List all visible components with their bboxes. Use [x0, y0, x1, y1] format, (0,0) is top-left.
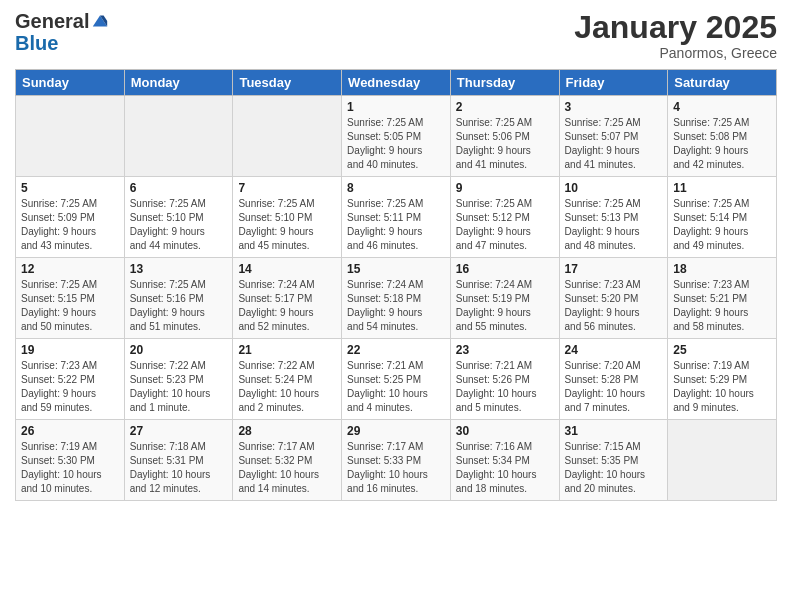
day-number: 1 [347, 100, 445, 114]
month-title: January 2025 [574, 10, 777, 45]
day-number: 24 [565, 343, 663, 357]
calendar-cell: 6Sunrise: 7:25 AM Sunset: 5:10 PM Daylig… [124, 177, 233, 258]
day-info: Sunrise: 7:16 AM Sunset: 5:34 PM Dayligh… [456, 440, 554, 496]
day-info: Sunrise: 7:24 AM Sunset: 5:17 PM Dayligh… [238, 278, 336, 334]
day-number: 18 [673, 262, 771, 276]
day-info: Sunrise: 7:20 AM Sunset: 5:28 PM Dayligh… [565, 359, 663, 415]
calendar-cell [124, 96, 233, 177]
title-block: January 2025 Panormos, Greece [574, 10, 777, 61]
weekday-header-monday: Monday [124, 70, 233, 96]
day-number: 2 [456, 100, 554, 114]
weekday-header-thursday: Thursday [450, 70, 559, 96]
calendar-cell: 22Sunrise: 7:21 AM Sunset: 5:25 PM Dayli… [342, 339, 451, 420]
day-number: 21 [238, 343, 336, 357]
calendar-cell: 27Sunrise: 7:18 AM Sunset: 5:31 PM Dayli… [124, 420, 233, 501]
calendar-cell: 25Sunrise: 7:19 AM Sunset: 5:29 PM Dayli… [668, 339, 777, 420]
calendar-cell: 3Sunrise: 7:25 AM Sunset: 5:07 PM Daylig… [559, 96, 668, 177]
calendar-cell: 18Sunrise: 7:23 AM Sunset: 5:21 PM Dayli… [668, 258, 777, 339]
day-info: Sunrise: 7:25 AM Sunset: 5:13 PM Dayligh… [565, 197, 663, 253]
calendar-cell: 1Sunrise: 7:25 AM Sunset: 5:05 PM Daylig… [342, 96, 451, 177]
calendar-table: SundayMondayTuesdayWednesdayThursdayFrid… [15, 69, 777, 501]
calendar-cell: 7Sunrise: 7:25 AM Sunset: 5:10 PM Daylig… [233, 177, 342, 258]
day-info: Sunrise: 7:25 AM Sunset: 5:08 PM Dayligh… [673, 116, 771, 172]
day-info: Sunrise: 7:25 AM Sunset: 5:09 PM Dayligh… [21, 197, 119, 253]
calendar-cell: 16Sunrise: 7:24 AM Sunset: 5:19 PM Dayli… [450, 258, 559, 339]
day-number: 5 [21, 181, 119, 195]
day-number: 16 [456, 262, 554, 276]
day-info: Sunrise: 7:23 AM Sunset: 5:20 PM Dayligh… [565, 278, 663, 334]
day-number: 4 [673, 100, 771, 114]
calendar-week-row: 5Sunrise: 7:25 AM Sunset: 5:09 PM Daylig… [16, 177, 777, 258]
calendar-cell: 11Sunrise: 7:25 AM Sunset: 5:14 PM Dayli… [668, 177, 777, 258]
day-info: Sunrise: 7:25 AM Sunset: 5:07 PM Dayligh… [565, 116, 663, 172]
calendar-cell [668, 420, 777, 501]
day-number: 27 [130, 424, 228, 438]
logo-blue-text: Blue [15, 32, 58, 54]
location: Panormos, Greece [574, 45, 777, 61]
calendar-cell: 30Sunrise: 7:16 AM Sunset: 5:34 PM Dayli… [450, 420, 559, 501]
day-number: 26 [21, 424, 119, 438]
day-number: 8 [347, 181, 445, 195]
calendar-cell [233, 96, 342, 177]
calendar-week-row: 1Sunrise: 7:25 AM Sunset: 5:05 PM Daylig… [16, 96, 777, 177]
day-info: Sunrise: 7:19 AM Sunset: 5:30 PM Dayligh… [21, 440, 119, 496]
weekday-header-wednesday: Wednesday [342, 70, 451, 96]
weekday-header-friday: Friday [559, 70, 668, 96]
calendar-cell: 13Sunrise: 7:25 AM Sunset: 5:16 PM Dayli… [124, 258, 233, 339]
logo-general-text: General [15, 10, 89, 32]
day-number: 11 [673, 181, 771, 195]
calendar-cell: 23Sunrise: 7:21 AM Sunset: 5:26 PM Dayli… [450, 339, 559, 420]
calendar-cell: 29Sunrise: 7:17 AM Sunset: 5:33 PM Dayli… [342, 420, 451, 501]
calendar-cell: 20Sunrise: 7:22 AM Sunset: 5:23 PM Dayli… [124, 339, 233, 420]
day-number: 6 [130, 181, 228, 195]
day-info: Sunrise: 7:25 AM Sunset: 5:11 PM Dayligh… [347, 197, 445, 253]
day-number: 29 [347, 424, 445, 438]
day-number: 9 [456, 181, 554, 195]
day-info: Sunrise: 7:25 AM Sunset: 5:10 PM Dayligh… [238, 197, 336, 253]
day-number: 22 [347, 343, 445, 357]
calendar-cell: 31Sunrise: 7:15 AM Sunset: 5:35 PM Dayli… [559, 420, 668, 501]
day-info: Sunrise: 7:23 AM Sunset: 5:22 PM Dayligh… [21, 359, 119, 415]
day-number: 28 [238, 424, 336, 438]
day-number: 7 [238, 181, 336, 195]
day-info: Sunrise: 7:25 AM Sunset: 5:16 PM Dayligh… [130, 278, 228, 334]
day-info: Sunrise: 7:24 AM Sunset: 5:18 PM Dayligh… [347, 278, 445, 334]
logo: General Blue [15, 10, 109, 54]
weekday-header-saturday: Saturday [668, 70, 777, 96]
day-info: Sunrise: 7:22 AM Sunset: 5:23 PM Dayligh… [130, 359, 228, 415]
day-info: Sunrise: 7:25 AM Sunset: 5:12 PM Dayligh… [456, 197, 554, 253]
day-info: Sunrise: 7:17 AM Sunset: 5:33 PM Dayligh… [347, 440, 445, 496]
calendar-cell: 28Sunrise: 7:17 AM Sunset: 5:32 PM Dayli… [233, 420, 342, 501]
day-info: Sunrise: 7:25 AM Sunset: 5:06 PM Dayligh… [456, 116, 554, 172]
day-number: 25 [673, 343, 771, 357]
weekday-header-row: SundayMondayTuesdayWednesdayThursdayFrid… [16, 70, 777, 96]
day-info: Sunrise: 7:25 AM Sunset: 5:05 PM Dayligh… [347, 116, 445, 172]
calendar-week-row: 12Sunrise: 7:25 AM Sunset: 5:15 PM Dayli… [16, 258, 777, 339]
day-info: Sunrise: 7:25 AM Sunset: 5:14 PM Dayligh… [673, 197, 771, 253]
calendar-cell: 2Sunrise: 7:25 AM Sunset: 5:06 PM Daylig… [450, 96, 559, 177]
calendar-cell: 9Sunrise: 7:25 AM Sunset: 5:12 PM Daylig… [450, 177, 559, 258]
calendar-cell: 17Sunrise: 7:23 AM Sunset: 5:20 PM Dayli… [559, 258, 668, 339]
calendar-cell: 24Sunrise: 7:20 AM Sunset: 5:28 PM Dayli… [559, 339, 668, 420]
calendar-cell: 19Sunrise: 7:23 AM Sunset: 5:22 PM Dayli… [16, 339, 125, 420]
day-number: 15 [347, 262, 445, 276]
header: General Blue January 2025 Panormos, Gree… [15, 10, 777, 61]
day-info: Sunrise: 7:24 AM Sunset: 5:19 PM Dayligh… [456, 278, 554, 334]
day-info: Sunrise: 7:22 AM Sunset: 5:24 PM Dayligh… [238, 359, 336, 415]
calendar-cell: 14Sunrise: 7:24 AM Sunset: 5:17 PM Dayli… [233, 258, 342, 339]
day-number: 14 [238, 262, 336, 276]
day-number: 17 [565, 262, 663, 276]
day-info: Sunrise: 7:19 AM Sunset: 5:29 PM Dayligh… [673, 359, 771, 415]
day-info: Sunrise: 7:17 AM Sunset: 5:32 PM Dayligh… [238, 440, 336, 496]
day-number: 13 [130, 262, 228, 276]
calendar-cell: 26Sunrise: 7:19 AM Sunset: 5:30 PM Dayli… [16, 420, 125, 501]
day-info: Sunrise: 7:21 AM Sunset: 5:25 PM Dayligh… [347, 359, 445, 415]
day-number: 3 [565, 100, 663, 114]
calendar-week-row: 19Sunrise: 7:23 AM Sunset: 5:22 PM Dayli… [16, 339, 777, 420]
day-number: 19 [21, 343, 119, 357]
day-number: 10 [565, 181, 663, 195]
weekday-header-tuesday: Tuesday [233, 70, 342, 96]
day-info: Sunrise: 7:21 AM Sunset: 5:26 PM Dayligh… [456, 359, 554, 415]
day-number: 31 [565, 424, 663, 438]
calendar-cell [16, 96, 125, 177]
